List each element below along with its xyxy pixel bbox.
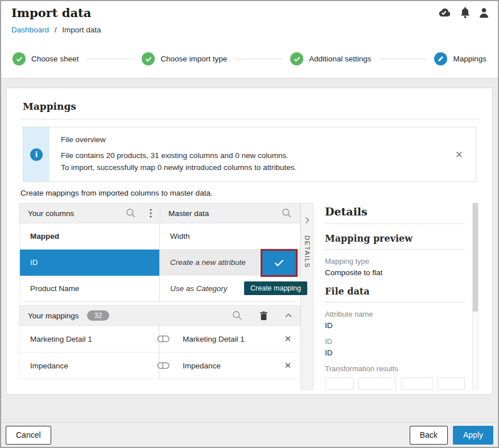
mapping-source: Impedance — [20, 362, 152, 370]
master-data-list: Width Create a new attribute Create mapp… — [160, 223, 300, 302]
divider — [19, 119, 480, 119]
cloud-sync-icon[interactable] — [436, 7, 451, 18]
details-scrollbar[interactable] — [472, 203, 479, 390]
details-tab-label: DETAILS — [304, 235, 311, 268]
master-data-header: Master data — [160, 203, 300, 223]
create-mapping-tooltip: Create mapping — [244, 281, 307, 295]
step-label: Choose import type — [160, 55, 227, 63]
breadcrumb-dashboard-link[interactable]: Dashboard — [11, 26, 49, 34]
mapping-source: Marketing Detail 1 — [20, 335, 152, 343]
info-title: File overview — [61, 135, 296, 144]
footer: Cancel Back Apply — [1, 422, 498, 447]
divider — [325, 223, 465, 224]
your-mappings-header: Your mappings 32 — [19, 305, 300, 326]
attribute-name-label: Attribute name — [325, 310, 465, 318]
info-strip: i — [23, 127, 50, 181]
list-item-create-new-attribute[interactable]: Create a new attribute Create mapping — [160, 250, 300, 276]
master-data-title: Master data — [168, 209, 268, 218]
mapping-type-value: Composite to flat — [325, 268, 465, 277]
transformation-chip — [358, 378, 396, 390]
notifications-bell-icon[interactable] — [460, 7, 471, 18]
mapping-row: Impedance Impedance ✕ — [20, 352, 300, 379]
chevron-right-icon — [305, 216, 310, 226]
your-mappings-title: Your mappings — [28, 312, 79, 320]
transformation-results-label: Transformation results — [325, 364, 465, 373]
step-label: Mappings — [453, 55, 486, 63]
user-profile-icon[interactable] — [479, 7, 489, 18]
section-title: Mappings — [23, 101, 476, 112]
details-collapse-tab[interactable]: DETAILS — [300, 203, 314, 390]
your-mappings-rows: Marketing Detail 1 Marketing Detail 1 ✕ … — [19, 326, 300, 379]
remove-mapping-icon[interactable]: ✕ — [275, 334, 300, 344]
mapping-preview-title: Mapping preview — [325, 233, 465, 244]
attribute-name-value: ID — [325, 321, 465, 330]
id-value: ID — [325, 349, 465, 357]
search-icon[interactable] — [126, 208, 136, 218]
trash-icon[interactable] — [259, 311, 268, 321]
check-circle-icon — [290, 52, 303, 65]
search-icon[interactable] — [282, 208, 292, 218]
file-overview-info-box: i File overview File contains 20 product… — [23, 127, 476, 182]
mappings-count-badge: 32 — [87, 310, 110, 321]
pencil-circle-icon — [434, 52, 447, 65]
mapping-target: Marketing Detail 1 — [175, 335, 275, 343]
search-icon[interactable] — [232, 310, 242, 321]
divider — [325, 249, 465, 250]
columns-block: Your columns Master data — [19, 203, 300, 390]
mapping-type-label: Mapping type — [325, 257, 465, 266]
scrollbar-thumb[interactable] — [473, 203, 478, 312]
transformation-chip — [438, 378, 465, 390]
chevron-up-icon[interactable] — [285, 313, 292, 318]
page-title: Import data — [11, 6, 488, 20]
mapping-area: Your columns Master data — [19, 203, 480, 390]
step-additional-settings[interactable]: Additional settings — [290, 52, 372, 65]
step-choose-sheet[interactable]: Choose sheet — [13, 52, 79, 65]
step-choose-import-type[interactable]: Choose import type — [142, 52, 227, 65]
list-item-id-selected[interactable]: ID — [20, 250, 159, 276]
list-item-label: Create a new attribute — [170, 258, 246, 267]
mapping-row: Marketing Detail 1 Marketing Detail 1 ✕ — [20, 326, 300, 352]
your-columns-list: Mapped ID Product Name — [20, 223, 160, 302]
details-title: Details — [325, 205, 465, 218]
cancel-button[interactable]: Cancel — [6, 426, 51, 445]
mapping-target: Impedance — [175, 362, 275, 370]
instruction-text: Create mappings from imported columns to… — [20, 189, 479, 197]
close-icon[interactable]: ✕ — [455, 150, 463, 159]
step-mappings[interactable]: Mappings — [434, 52, 486, 65]
breadcrumb-separator: / — [55, 26, 57, 34]
step-label: Choose sheet — [31, 55, 79, 63]
back-button[interactable]: Back — [410, 426, 448, 445]
mappings-card: Mappings i File overview File contains 2… — [6, 88, 493, 395]
remove-mapping-icon[interactable]: ✕ — [275, 360, 300, 371]
id-label: ID — [325, 337, 465, 346]
create-mapping-confirm-button[interactable] — [262, 251, 296, 275]
import-data-page: Import data Dashboard / Import data Choo… — [1, 1, 498, 447]
info-icon: i — [30, 148, 43, 161]
check-circle-icon — [142, 52, 155, 65]
apply-button[interactable]: Apply — [453, 426, 493, 445]
step-connector — [380, 59, 427, 59]
kebab-menu-icon[interactable] — [150, 209, 152, 218]
step-connector — [235, 59, 282, 59]
transformation-chip — [401, 378, 432, 390]
info-body: File overview File contains 20 products,… — [50, 127, 308, 181]
step-label: Additional settings — [309, 55, 372, 63]
content-area: Mappings i File overview File contains 2… — [1, 78, 498, 422]
stepper: Choose sheet Choose import type Addition… — [1, 40, 498, 78]
panel-headers: Your columns Master data — [19, 203, 300, 223]
your-columns-header: Your columns — [19, 203, 160, 223]
info-line-2: To import, successfully map 0 newly intr… — [61, 161, 296, 173]
list-item-width[interactable]: Width — [160, 223, 300, 250]
highlight-annotation-box — [261, 249, 298, 277]
topbar-icons — [436, 7, 489, 18]
check-circle-icon — [13, 52, 26, 65]
panel-lists: Mapped ID Product Name Width Create a ne… — [19, 223, 300, 302]
link-icon — [152, 335, 175, 342]
details-panel: Details Mapping preview Mapping type Com… — [319, 203, 480, 390]
list-item-product-name[interactable]: Product Name — [20, 276, 159, 302]
info-line-1: File contains 20 products, 31 existing c… — [61, 150, 296, 161]
list-item-mapped[interactable]: Mapped — [20, 223, 159, 250]
transformation-results-chips — [325, 378, 465, 390]
breadcrumb-current: Import data — [62, 26, 101, 34]
transformation-chip — [325, 378, 353, 390]
